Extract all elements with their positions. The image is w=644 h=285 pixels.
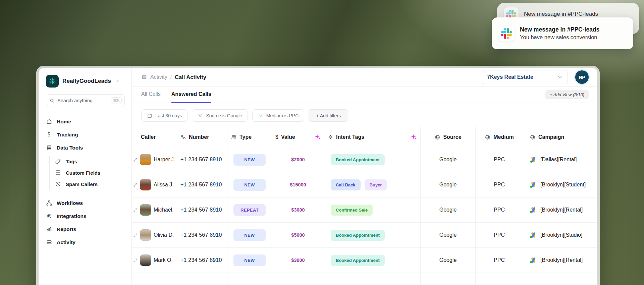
workflow-icon	[46, 200, 52, 206]
campaign-cell: [Brooklyn][Rental]	[523, 248, 597, 273]
column-header-campaign[interactable]: Campaign	[523, 127, 597, 147]
workspace-switcher[interactable]: ReallyGoodLeads	[46, 75, 125, 88]
globe-icon	[485, 134, 491, 140]
caller-avatar	[140, 204, 151, 216]
people-icon	[231, 134, 237, 140]
type-badge: NEW	[233, 229, 266, 241]
type-cell: NEW	[227, 147, 272, 172]
blocked-icon	[55, 181, 61, 187]
number-cell: +1 234 567 8910	[177, 147, 227, 172]
filter-medium[interactable]: Medium is PPC	[252, 109, 304, 122]
table-row: Michael.. +1 234 567 8910 REPEAT $3000 C…	[132, 197, 597, 223]
slack-icon	[498, 25, 515, 42]
tag-icon	[55, 158, 61, 164]
document-icon	[55, 170, 61, 176]
filter-source[interactable]: Source is Google	[192, 109, 248, 122]
caller-cell[interactable]: Mark O.	[132, 248, 177, 273]
source-cell: Google	[421, 248, 476, 273]
intent-tags-cell: Confirmed Sale	[324, 197, 421, 223]
type-badge: NEW	[233, 154, 266, 166]
column-header-number[interactable]: Number	[177, 127, 227, 147]
type-cell: NEW	[227, 248, 272, 273]
workspace-name: ReallyGoodLeads	[62, 78, 111, 84]
expand-icon[interactable]	[133, 183, 138, 187]
avatar[interactable]: NP	[575, 70, 589, 84]
column-header-intent-tags[interactable]: Intent Tags	[324, 127, 421, 147]
number-cell: +1 234 567 8910	[177, 223, 227, 248]
sidebar-item-spam-callers[interactable]: Spam Callers	[55, 178, 125, 190]
search-input[interactable]: ⌘K	[46, 94, 125, 107]
expand-icon[interactable]	[133, 158, 138, 162]
expand-icon[interactable]	[133, 233, 138, 237]
dollar-icon: $	[275, 134, 278, 140]
intent-tag: Booked Appointment	[331, 154, 385, 165]
tab-answered-calls[interactable]: Answered Calls	[171, 87, 211, 103]
caller-cell[interactable]: Michael..	[132, 197, 177, 223]
sidebar-item-integrations[interactable]: Integrations	[46, 210, 125, 223]
source-cell: Google	[421, 172, 476, 197]
intent-tags-cell: Booked Appointment	[324, 248, 421, 273]
topbar: Activity / Call Activity 7Keys Real Esta…	[132, 68, 597, 87]
caller-cell[interactable]: Alissa J.	[132, 172, 177, 197]
column-header-value[interactable]: $ Value	[272, 127, 324, 147]
medium-cell: PPC	[476, 147, 523, 172]
sidebar-item-reports[interactable]: Reports	[46, 223, 125, 236]
google-ads-icon	[530, 231, 537, 239]
sidebar-item-data-tools[interactable]: Data Tools	[46, 141, 125, 154]
workspace-logo-icon	[46, 75, 59, 88]
column-header-type[interactable]: Type	[227, 127, 272, 147]
call-activity-table: Caller Number Type $ Value Intent Tags	[132, 127, 597, 285]
column-header-source[interactable]: Source	[421, 127, 476, 147]
intent-tags-cell: Booked Appointment	[324, 223, 421, 248]
activity-icon	[46, 239, 52, 245]
sidebar-item-home[interactable]: Home	[46, 115, 125, 128]
database-icon	[46, 145, 52, 151]
number-cell: +1 234 567 8910	[177, 172, 227, 197]
caller-cell[interactable]: Olivia D.	[132, 223, 177, 248]
notification-slack[interactable]: New message in #PPC-leads You have new s…	[492, 17, 633, 49]
campaign-cell: [Brooklyn][Student]	[523, 172, 597, 197]
breadcrumb-section[interactable]: Activity	[150, 74, 167, 80]
account-select[interactable]: 7Keys Real Estate	[482, 70, 568, 84]
page-title: Call Activity	[175, 74, 206, 80]
add-filter-button[interactable]: + Add filters	[309, 109, 348, 122]
caller-avatar	[140, 179, 151, 190]
value-cell: $5000	[272, 223, 324, 248]
gear-icon	[46, 213, 52, 219]
column-header-caller[interactable]: Caller	[132, 127, 177, 147]
intent-tag: Confirmed Sale	[331, 205, 373, 216]
type-cell: NEW	[227, 172, 272, 197]
tab-all-calls[interactable]: All Calls	[141, 87, 161, 103]
intent-tags-cell: Call Back Buyer	[324, 172, 421, 197]
account-select-value: 7Keys Real Estate	[487, 74, 533, 80]
add-view-button[interactable]: + Add View (3/10)	[545, 90, 589, 99]
sidebar-item-workflows[interactable]: Workflows	[46, 196, 125, 210]
sidebar-item-tags[interactable]: Tags	[55, 156, 125, 167]
table-row: Olivia D. +1 234 567 8910 NEW $5000 Book…	[132, 223, 597, 248]
ai-sparkle-icon[interactable]	[411, 134, 417, 140]
type-badge: REPEAT	[233, 204, 266, 216]
type-cell: REPEAT	[227, 197, 272, 223]
table-header: Caller Number Type $ Value Intent Tags	[132, 127, 597, 147]
chevron-down-icon	[115, 79, 120, 83]
expand-icon[interactable]	[133, 208, 138, 212]
filter-date-range[interactable]: Last 30 days	[141, 109, 187, 122]
sidebar-item-activity[interactable]: Activity	[46, 236, 125, 249]
campaign-cell: [Brooklyn][Rental]	[523, 197, 597, 223]
number-cell: +1 234 567 8910	[177, 248, 227, 273]
sidebar-item-tracking[interactable]: Tracking	[46, 128, 125, 141]
sidebar-item-custom-fields[interactable]: Custom Fields	[55, 167, 125, 178]
funnel-icon	[258, 113, 263, 118]
filters-bar: Last 30 days Source is Google Medium is …	[132, 103, 597, 127]
calendar-icon	[147, 113, 152, 118]
notification-title: New message in #PPC-leads	[524, 7, 598, 17]
column-header-medium[interactable]: Medium	[476, 127, 523, 147]
caller-cell[interactable]: Harper J.	[132, 147, 177, 172]
value-cell: $2000	[272, 147, 324, 172]
ai-sparkle-icon[interactable]	[314, 134, 321, 140]
tracking-pin-icon	[46, 131, 52, 138]
medium-cell: PPC	[476, 248, 523, 273]
google-ads-icon	[530, 181, 537, 188]
expand-icon[interactable]	[133, 258, 138, 263]
search-field[interactable]	[57, 98, 108, 103]
